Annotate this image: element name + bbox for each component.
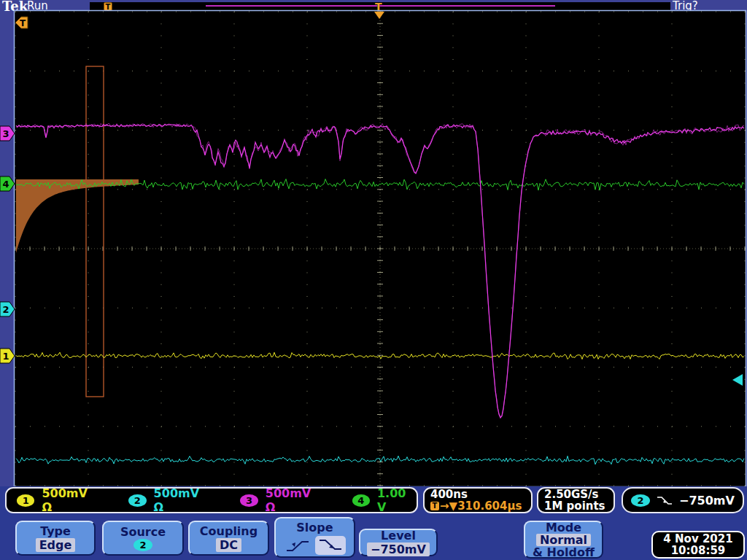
burst-waveform — [16, 179, 139, 253]
graticule-background — [15, 11, 746, 486]
datetime-box: 4 Nov 2021 10:08:59 — [651, 531, 745, 559]
bottom-chrome: 1 500mV Ω 2 500mV Ω 3 500mV Ω 4 1.00 V 4… — [0, 486, 747, 560]
menu-button-slope[interactable]: Slope — [274, 517, 355, 558]
waveform-ch3 — [16, 125, 744, 418]
record-length-readout: 1M points — [544, 500, 605, 512]
menu-button-mode[interactable]: Mode Normal & Holdoff — [524, 521, 603, 559]
type-label: Type — [40, 524, 71, 538]
waveform-ch1 — [16, 352, 744, 359]
ch2-badge[interactable]: 2 — [128, 494, 146, 507]
oscilloscope-screen: Tek Run T T Trig? 3421T 1 500mV Ω 2 500m… — [0, 0, 747, 560]
trigger-readout-box: 2 −750mV — [622, 487, 744, 513]
acquisition-status: Run — [27, 0, 48, 12]
falling-edge-selected — [315, 536, 346, 555]
mode-value: Normal — [536, 534, 591, 546]
source-value-badge: 2 — [133, 539, 152, 551]
menu-button-source[interactable]: Source 2 — [102, 521, 184, 556]
ch4-badge[interactable]: 4 — [352, 494, 370, 507]
trigger-source-badge: 2 — [631, 494, 650, 507]
trigger-level-arrow[interactable] — [732, 374, 743, 386]
trigger-position-marker[interactable] — [374, 12, 384, 19]
channel-marker-2[interactable] — [0, 302, 15, 316]
waveform-ch3-fuzz — [16, 123, 744, 416]
time-display: 10:08:59 — [653, 545, 743, 556]
delay-value: 310.604µs — [457, 500, 522, 512]
samplerate-readout: 2.50GS/s — [544, 489, 605, 500]
waveform-ch2 — [16, 456, 744, 464]
level-value: −750mV — [367, 542, 430, 556]
trigger-t-icon: T — [430, 502, 439, 510]
timebase-readout: 400ns — [430, 489, 522, 500]
menu-button-level[interactable]: Level −750mV — [359, 529, 438, 556]
falling-edge-icon[interactable] — [317, 537, 344, 553]
ch2-scale-readout: 500mV Ω — [154, 486, 210, 514]
trigger-position-t-marker: T — [375, 1, 382, 12]
timebase-readout-box: 400ns T → ▼ 310.604µs — [423, 487, 533, 513]
channel-marker-label-1: 1 — [2, 351, 9, 362]
coupling-label: Coupling — [200, 524, 258, 538]
trigger-status: Trig? — [673, 0, 698, 12]
mode-label: Mode — [546, 521, 581, 534]
ch4-scale-readout: 1.00 V — [377, 486, 417, 514]
acquisition-preview-bar[interactable]: T T — [90, 2, 670, 11]
falling-slope-icon — [657, 495, 673, 506]
marked-region-rect[interactable] — [86, 66, 104, 397]
ch3-badge[interactable]: 3 — [240, 494, 258, 507]
slope-options — [285, 536, 346, 555]
rising-edge-icon[interactable] — [285, 537, 311, 553]
delay-expansion-arrow[interactable] — [15, 17, 28, 28]
channel-marker-label-2: 2 — [2, 304, 9, 315]
ch1-scale-readout: 500mV Ω — [42, 486, 98, 514]
record-trigger-t-badge: T — [104, 2, 112, 11]
source-label: Source — [120, 525, 166, 539]
waveform-ch4 — [16, 179, 744, 191]
delay-readout: T → ▼ 310.604µs — [430, 500, 522, 512]
coupling-value: DC — [216, 538, 241, 552]
graticule-display: 3421T — [0, 0, 747, 560]
channel-marker-label-3: 3 — [2, 128, 9, 139]
down-triangle-icon: ▼ — [449, 500, 458, 512]
type-value: Edge — [36, 538, 76, 552]
level-label: Level — [381, 529, 416, 542]
slope-label: Slope — [296, 521, 333, 534]
tek-logo: Tek — [2, 0, 28, 14]
ch3-scale-readout: 500mV Ω — [266, 486, 322, 514]
channel-marker-1[interactable] — [0, 349, 15, 363]
channel-marker-3[interactable] — [0, 126, 15, 141]
arrow-icon: → — [440, 500, 449, 512]
center-crosshair-ticks — [15, 12, 745, 486]
trigger-level-readout: −750mV — [679, 494, 735, 508]
date-display: 4 Nov 2021 — [653, 533, 743, 545]
menu-button-type[interactable]: Type Edge — [15, 521, 96, 556]
ch1-badge[interactable]: 1 — [17, 494, 34, 507]
graticule-border — [15, 11, 746, 487]
center-crosshair — [15, 12, 745, 486]
delay-arrow-label: T — [20, 18, 26, 28]
mode-value2: & Holdoff — [533, 546, 595, 559]
samplerate-readout-box: 2.50GS/s 1M points — [537, 487, 615, 513]
graticule-grid — [15, 12, 746, 486]
channel-readout-box: 1 500mV Ω 2 500mV Ω 3 500mV Ω 4 1.00 V — [5, 487, 418, 513]
channel-marker-label-4: 4 — [2, 179, 9, 190]
channel-marker-4[interactable] — [0, 176, 15, 191]
menu-button-coupling[interactable]: Coupling DC — [188, 521, 269, 556]
